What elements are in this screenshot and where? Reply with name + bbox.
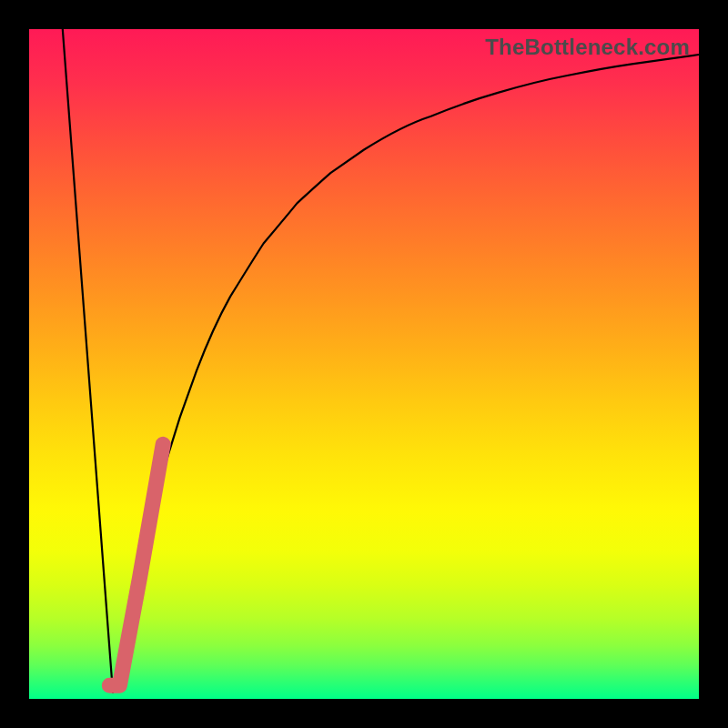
series-highlight-bar	[109, 444, 163, 685]
series-left-segment	[63, 29, 113, 693]
chart-lines	[29, 29, 699, 699]
series-right-curve	[113, 55, 699, 693]
plot-area: TheBottleneck.com	[29, 29, 699, 699]
chart-frame: TheBottleneck.com	[0, 0, 728, 728]
